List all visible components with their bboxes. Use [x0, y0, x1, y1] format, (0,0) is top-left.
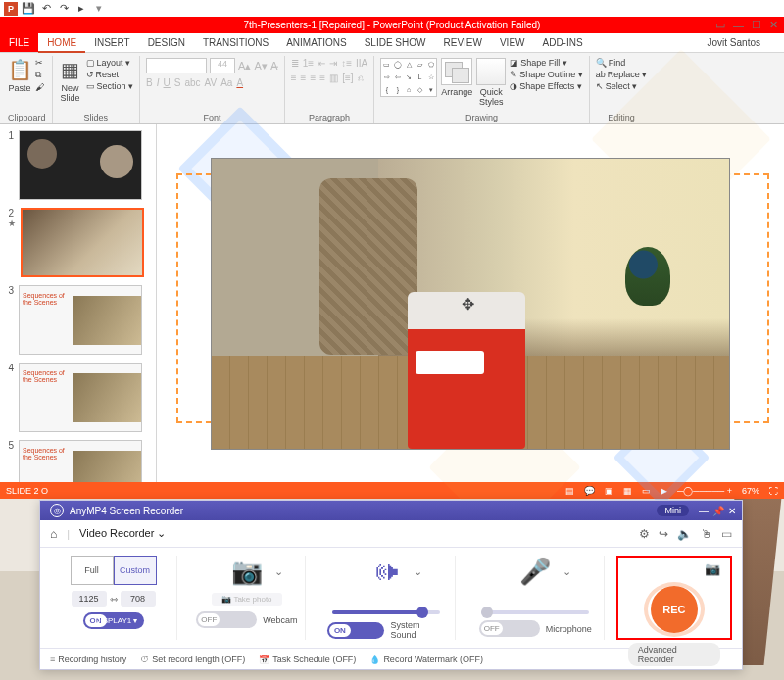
- tab-home[interactable]: HOME: [38, 33, 85, 53]
- line-spacing-icon[interactable]: ↕≡: [341, 58, 352, 69]
- font-size-select[interactable]: 44: [210, 58, 235, 73]
- width-input[interactable]: 1125: [72, 591, 107, 607]
- advanced-recorder-button[interactable]: Advanced Recorder: [628, 643, 720, 666]
- mic-toggle[interactable]: OFF: [479, 620, 540, 637]
- chevron-down-icon[interactable]: ⌄: [414, 565, 422, 578]
- normal-view-icon[interactable]: ▣: [605, 486, 613, 496]
- align-text-icon[interactable]: [≡]: [342, 73, 353, 83]
- tab-animations[interactable]: ANIMATIONS: [277, 33, 355, 52]
- arrange-button[interactable]: Arrange: [441, 58, 472, 97]
- recorder-minimize-pill[interactable]: Mini: [657, 505, 689, 516]
- tab-insert[interactable]: INSERT: [85, 33, 139, 52]
- shape-effects-button[interactable]: ◑Shape Effects ▾: [510, 81, 583, 91]
- copy-icon[interactable]: ⧉: [35, 70, 44, 80]
- slide-thumbnail-4[interactable]: Sequences of the Scenes: [19, 363, 142, 432]
- indent-inc-icon[interactable]: ⇥: [329, 58, 337, 69]
- qat-dropdown-icon[interactable]: ▾: [92, 2, 106, 16]
- reset-button[interactable]: ↺Reset: [86, 70, 134, 79]
- task-schedule-link[interactable]: 📅Task Schedule (OFF): [259, 655, 356, 664]
- speaker-icon[interactable]: 🕪⌄: [364, 556, 409, 587]
- snapshot-icon[interactable]: 📷: [705, 561, 720, 576]
- paste-button[interactable]: 📋 Paste: [8, 58, 31, 93]
- close-icon[interactable]: ✕: [769, 19, 778, 31]
- shape-outline-button[interactable]: ✎Shape Outline ▾: [510, 70, 583, 79]
- full-screen-button[interactable]: Full: [71, 556, 114, 585]
- thumbnail-pane[interactable]: 1 2 ★ 3 Sequences of the Scenes 4: [0, 124, 157, 482]
- spacing-icon[interactable]: AV: [205, 77, 218, 88]
- maximize-icon[interactable]: ☐: [752, 19, 761, 31]
- format-painter-icon[interactable]: 🖌: [35, 82, 44, 92]
- minimize-icon[interactable]: —: [733, 20, 744, 31]
- columns-icon[interactable]: ▥: [329, 73, 338, 83]
- slide-sorter-icon[interactable]: ▦: [623, 486, 632, 496]
- recorder-pin-icon[interactable]: 📌: [712, 506, 724, 516]
- replace-button[interactable]: abReplace ▾: [596, 70, 648, 79]
- tab-file[interactable]: FILE: [0, 33, 38, 52]
- record-button[interactable]: REC: [644, 582, 705, 637]
- zoom-level[interactable]: 67%: [742, 486, 760, 496]
- settings-icon[interactable]: ⚙: [639, 527, 650, 541]
- chevron-down-icon[interactable]: ⌄: [274, 565, 283, 578]
- thumb-row-5[interactable]: 5 Sequences of the Scenes: [6, 440, 150, 482]
- case-icon[interactable]: Aa: [220, 77, 232, 88]
- webcam-icon[interactable]: 📷⌄: [224, 556, 270, 587]
- slide-thumbnail-2[interactable]: [21, 208, 144, 277]
- record-length-link[interactable]: ⏱Set record length (OFF): [140, 655, 245, 664]
- font-family-select[interactable]: [146, 58, 207, 73]
- mic-volume-slider[interactable]: [481, 610, 589, 614]
- tab-design[interactable]: DESIGN: [139, 33, 194, 52]
- zoom-slider[interactable]: ─◯───── +: [677, 486, 732, 496]
- text-direction-icon[interactable]: IIA: [356, 58, 368, 69]
- indent-dec-icon[interactable]: ⇤: [318, 58, 325, 69]
- current-slide[interactable]: NESCAFÉ. ✥: [211, 158, 730, 450]
- account-name[interactable]: Jovit Santos: [708, 33, 784, 52]
- sound-volume-slider[interactable]: [332, 610, 440, 614]
- thumb-row-3[interactable]: 3 Sequences of the Scenes: [6, 285, 150, 355]
- thumb-row-4[interactable]: 4 Sequences of the Scenes: [6, 363, 150, 432]
- height-input[interactable]: 708: [121, 591, 156, 607]
- sound-icon[interactable]: 🔈: [677, 527, 692, 541]
- mic-icon[interactable]: 🎤⌄: [513, 556, 558, 587]
- bullets-icon[interactable]: ≣: [291, 58, 299, 69]
- new-slide-button[interactable]: ▦ New Slide: [59, 58, 82, 103]
- slide-stage[interactable]: NESCAFÉ. ✥: [157, 124, 784, 482]
- lock-aspect-icon[interactable]: ⇿: [110, 594, 118, 605]
- mouse-icon[interactable]: 🖱: [701, 527, 712, 541]
- tab-slideshow[interactable]: SLIDE SHOW: [356, 33, 435, 52]
- smartart-icon[interactable]: ⎌: [358, 73, 364, 83]
- section-button[interactable]: ▭Section ▾: [86, 81, 134, 91]
- webcam-toggle[interactable]: OFF: [196, 611, 257, 628]
- align-right-icon[interactable]: ≡: [310, 73, 316, 83]
- chevron-down-icon[interactable]: ⌄: [563, 565, 571, 578]
- strikethrough-icon[interactable]: abc: [184, 77, 200, 88]
- take-photo-button[interactable]: 📷 Take photo: [212, 593, 281, 606]
- quick-styles-button[interactable]: Quick Styles: [476, 58, 506, 107]
- popup-icon[interactable]: ▭: [721, 527, 732, 541]
- start-from-beginning-icon[interactable]: ▸: [74, 2, 88, 16]
- ribbon-options-icon[interactable]: ▭: [715, 19, 725, 31]
- shapes-gallery[interactable]: ▭◯△▱⬠ ⇨⇦↘L☆ {}⌂◇▾: [380, 58, 437, 97]
- clear-formatting-icon[interactable]: A̶: [270, 60, 278, 73]
- layout-button[interactable]: ▢Layout ▾: [86, 58, 134, 68]
- tab-addins[interactable]: ADD-INS: [534, 33, 592, 52]
- grow-font-icon[interactable]: A▴: [238, 60, 251, 73]
- justify-icon[interactable]: ≡: [319, 73, 325, 83]
- recorder-title-bar[interactable]: ◎ AnyMP4 Screen Recorder Mini — 📌 ✕: [40, 501, 742, 520]
- display-toggle[interactable]: ON DISPLAY1 ▾: [83, 612, 144, 629]
- italic-icon[interactable]: I: [157, 77, 160, 88]
- align-center-icon[interactable]: ≡: [301, 73, 307, 83]
- bold-icon[interactable]: B: [146, 77, 153, 88]
- slide-thumbnail-3[interactable]: Sequences of the Scenes: [19, 285, 142, 355]
- font-color-icon[interactable]: A: [236, 77, 243, 88]
- comments-icon[interactable]: 💬: [584, 486, 595, 496]
- thumb-row-2[interactable]: 2 ★: [6, 208, 150, 277]
- save-icon[interactable]: 💾: [22, 2, 35, 16]
- fit-to-window-icon[interactable]: ⛶: [769, 486, 778, 496]
- shrink-font-icon[interactable]: A▾: [254, 60, 267, 73]
- sound-toggle[interactable]: ON: [327, 622, 385, 639]
- tab-transitions[interactable]: TRANSITIONS: [194, 33, 277, 52]
- cut-icon[interactable]: ✂: [35, 58, 44, 68]
- undo-icon[interactable]: ↶: [39, 2, 53, 16]
- recorder-mode-label[interactable]: Video Recorder ⌄: [79, 527, 166, 540]
- home-icon[interactable]: ⌂: [50, 527, 57, 541]
